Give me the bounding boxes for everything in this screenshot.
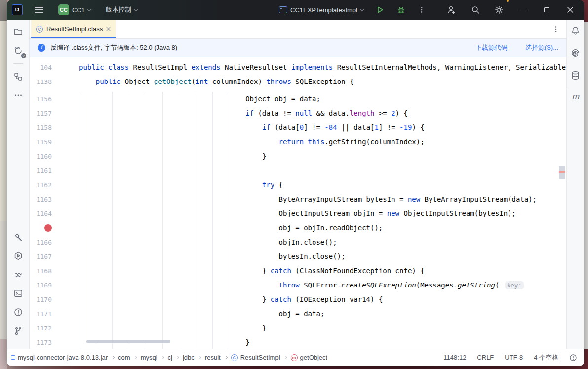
code-with-me-button[interactable] [442, 0, 462, 20]
breadcrumb-item[interactable]: com [118, 354, 130, 361]
line-number[interactable]: 1157 [30, 106, 52, 121]
breadcrumb-item[interactable]: result [205, 354, 221, 361]
close-button[interactable] [560, 0, 580, 20]
line-ending[interactable]: CRLF [477, 354, 494, 361]
breadcrumb-item[interactable]: CResultSetImpl [231, 354, 280, 361]
readonly-toggle[interactable] [569, 354, 577, 362]
line-number[interactable]: 1156 [30, 92, 52, 106]
code-line[interactable]: 1169 throw SQLError.createSQLException(M… [30, 278, 566, 292]
code-line[interactable]: 1168 } catch (ClassNotFoundException cnf… [30, 264, 566, 278]
line-number[interactable]: 1160 [30, 149, 52, 164]
breadcrumb-item[interactable]: cj [168, 354, 172, 361]
code-line[interactable]: 1161 [30, 164, 566, 178]
breadcrumb-item[interactable]: mysql [141, 354, 157, 361]
maven-button[interactable]: m [571, 92, 579, 101]
line-number[interactable]: 1138 [30, 75, 52, 89]
version-control-tool-button[interactable] [11, 324, 25, 338]
line-number[interactable]: 1171 [30, 307, 52, 321]
line-number[interactable]: 1167 [30, 249, 52, 264]
breadcrumb-item[interactable]: mgetObject [291, 354, 328, 361]
download-sources-link[interactable]: 下载源代码 [475, 43, 508, 52]
line-number[interactable]: 1170 [30, 292, 52, 307]
code-line[interactable]: obj = objIn.readObject(); [30, 221, 566, 235]
breadcrumb-label: mysql [141, 354, 157, 361]
add-user-icon [447, 5, 457, 15]
code-text: ObjectInputStream objIn = new ObjectInpu… [52, 206, 516, 221]
close-icon [567, 7, 573, 13]
tab-close-button[interactable] [106, 27, 111, 31]
settings-button[interactable] [489, 0, 509, 20]
folder-icon [13, 27, 23, 37]
encoding[interactable]: UTF-8 [505, 354, 523, 361]
breakpoint-icon[interactable] [44, 224, 52, 232]
run-configuration-selector[interactable]: CC1EXPTemplatesImpl [276, 4, 366, 16]
breadcrumb: mysql-connector-java-8.0.13.jarcommysqlc… [11, 354, 327, 361]
line-number[interactable]: 1164 [30, 206, 52, 221]
ai-assistant-button[interactable] [570, 48, 581, 60]
run-button[interactable] [373, 4, 387, 16]
database-button[interactable] [570, 70, 581, 82]
line-number[interactable]: 1161 [30, 164, 52, 178]
code-line[interactable]: 1167 bytesIn.close(); [30, 249, 566, 264]
code-line[interactable]: 1172 } [30, 321, 566, 335]
notifications-button[interactable] [570, 26, 581, 38]
breakpoint-gutter[interactable] [30, 221, 52, 235]
maximize-button[interactable] [537, 0, 556, 20]
caret-position[interactable]: 1148:12 [443, 354, 466, 361]
project-tool-button[interactable] [11, 25, 25, 39]
breadcrumb-item[interactable]: jdbc [183, 354, 195, 361]
editor-horizontal-scrollbar[interactable] [86, 340, 170, 343]
code-line[interactable]: 1159 return this.getString(columnIndex); [30, 135, 566, 149]
code-line[interactable]: 1163 ByteArrayInputStream bytesIn = new … [30, 192, 566, 206]
left-toolbar: ? [7, 20, 30, 349]
code-line[interactable]: 1156 Object obj = data; [30, 92, 566, 106]
code-line[interactable]: 1166 objIn.close(); [30, 235, 566, 249]
terminal-tool-button[interactable] [11, 287, 25, 300]
line-number[interactable]: 1166 [30, 235, 52, 249]
services-tool-button[interactable] [11, 249, 25, 263]
code-line[interactable]: 1171 obj = data; [30, 307, 566, 321]
breadcrumb-item[interactable]: mysql-connector-java-8.0.13.jar [11, 354, 108, 361]
code-content[interactable]: 1156 Object obj = data;1157 if (data != … [30, 92, 566, 349]
code-line[interactable]: 104public class ResultSetImpl extends Na… [30, 60, 566, 75]
code-line[interactable]: 1162 try { [30, 178, 566, 192]
line-number[interactable]: 1173 [30, 335, 52, 349]
code-line[interactable]: 1170 } catch (IOException var14) { [30, 292, 566, 307]
line-number[interactable]: 1159 [30, 135, 52, 149]
code-line[interactable]: 1158 if (data[0] != -84 || data[1] != -1… [30, 121, 566, 135]
debug-button[interactable] [394, 4, 408, 16]
choose-sources-link[interactable]: 选择源(S)... [525, 43, 558, 52]
tab-resultsetimpl[interactable]: C ResultSetImpl.class [31, 20, 116, 38]
editor-column: C ResultSetImpl.class i 反编译 .class文件, 字节… [30, 20, 566, 349]
line-number[interactable]: 1163 [30, 192, 52, 206]
code-line[interactable]: 1157 if (data != null && data.length >= … [30, 106, 566, 121]
main-menu-button[interactable] [32, 5, 46, 15]
line-number[interactable]: 1172 [30, 321, 52, 335]
editor-vertical-scrollbar[interactable] [559, 166, 565, 179]
endpoints-tool-button[interactable] [11, 268, 25, 282]
search-everywhere-button[interactable] [466, 0, 485, 20]
line-number[interactable]: 1162 [30, 178, 52, 192]
structure-tool-button[interactable] [11, 70, 25, 83]
project-widget[interactable]: CC CC1 [55, 2, 94, 17]
more-tool-windows-button[interactable] [11, 88, 25, 102]
vcs-widget[interactable]: 版本控制 [103, 3, 140, 16]
line-number[interactable]: 104 [30, 60, 52, 75]
minimize-button[interactable] [513, 0, 533, 20]
line-number[interactable]: 1168 [30, 264, 52, 278]
code-line[interactable]: 1164 ObjectInputStream objIn = new Objec… [30, 206, 566, 221]
code-line[interactable]: 1138 public Object getObject(int columnI… [30, 75, 566, 89]
commit-tool-button[interactable]: ? [11, 43, 25, 57]
code-editor[interactable]: 104public class ResultSetImpl extends Na… [30, 57, 566, 349]
code-line[interactable]: 1160 } [30, 149, 566, 164]
line-number[interactable]: 1169 [30, 278, 52, 292]
ide-window: CCIJ CC CC1 版本控制 CC1EXPTemplatesImpl [7, 0, 584, 366]
indent-style[interactable]: 4 个空格 [534, 353, 558, 362]
problems-tool-button[interactable] [11, 305, 25, 319]
code-text: } [52, 149, 266, 164]
sticky-lines: 104public class ResultSetImpl extends Na… [30, 57, 566, 89]
tab-options-button[interactable] [552, 20, 566, 38]
line-number[interactable]: 1158 [30, 121, 52, 135]
more-run-actions-button[interactable] [415, 4, 428, 16]
build-tool-button[interactable] [11, 230, 25, 244]
